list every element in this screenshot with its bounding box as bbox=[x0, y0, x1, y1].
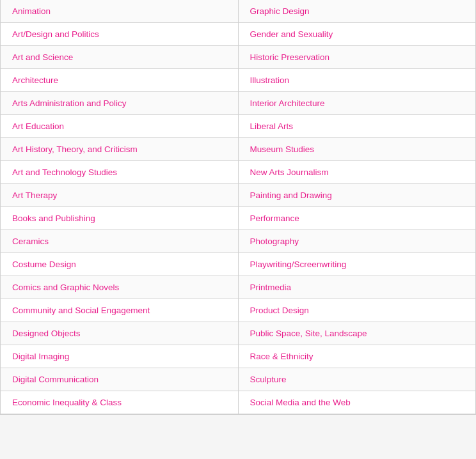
table-row: Economic Inequality & ClassSocial Media … bbox=[1, 391, 475, 414]
category-left[interactable]: Books and Publishing bbox=[1, 207, 239, 230]
category-left[interactable]: Digital Imaging bbox=[1, 345, 239, 368]
table-row: AnimationGraphic Design bbox=[1, 0, 475, 23]
category-right[interactable]: Public Space, Site, Landscape bbox=[239, 322, 476, 345]
table-row: Community and Social EngagementProduct D… bbox=[1, 299, 475, 322]
category-right[interactable]: Graphic Design bbox=[239, 0, 476, 22]
table-row: CeramicsPhotography bbox=[1, 230, 475, 253]
table-row: Designed ObjectsPublic Space, Site, Land… bbox=[1, 322, 475, 345]
category-right[interactable]: Gender and Sexuality bbox=[239, 23, 476, 45]
table-row: Costume DesignPlaywriting/Screenwriting bbox=[1, 253, 475, 276]
table-row: Art History, Theory, and CriticismMuseum… bbox=[1, 138, 475, 161]
table-row: Art EducationLiberal Arts bbox=[1, 115, 475, 138]
table-row: Digital CommunicationSculpture bbox=[1, 368, 475, 391]
category-right[interactable]: Printmedia bbox=[239, 276, 476, 299]
table-row: Art TherapyPainting and Drawing bbox=[1, 184, 475, 207]
table-row: Art and ScienceHistoric Preservation bbox=[1, 46, 475, 69]
category-left[interactable]: Ceramics bbox=[1, 230, 239, 253]
table-row: Arts Administration and PolicyInterior A… bbox=[1, 92, 475, 115]
category-left[interactable]: Community and Social Engagement bbox=[1, 299, 239, 322]
category-right[interactable]: Museum Studies bbox=[239, 138, 476, 160]
category-left[interactable]: Art History, Theory, and Criticism bbox=[1, 138, 239, 160]
category-right[interactable]: Performance bbox=[239, 207, 476, 230]
table-row: Books and PublishingPerformance bbox=[1, 207, 475, 230]
table-row: Art and Technology StudiesNew Arts Journ… bbox=[1, 161, 475, 184]
category-left[interactable]: Animation bbox=[1, 0, 239, 22]
table-row: Digital ImagingRace & Ethnicity bbox=[1, 345, 475, 368]
categories-table: AnimationGraphic DesignArt/Design and Po… bbox=[0, 0, 476, 415]
category-right[interactable]: New Arts Journalism bbox=[239, 161, 476, 183]
category-right[interactable]: Social Media and the Web bbox=[239, 391, 476, 414]
category-right[interactable]: Sculpture bbox=[239, 368, 476, 391]
category-left[interactable]: Comics and Graphic Novels bbox=[1, 276, 239, 299]
category-left[interactable]: Art and Technology Studies bbox=[1, 161, 239, 183]
category-left[interactable]: Arts Administration and Policy bbox=[1, 92, 239, 114]
category-right[interactable]: Product Design bbox=[239, 299, 476, 322]
table-row: Art/Design and PoliticsGender and Sexual… bbox=[1, 23, 475, 46]
category-left[interactable]: Economic Inequality & Class bbox=[1, 391, 239, 414]
category-right[interactable]: Historic Preservation bbox=[239, 46, 476, 68]
category-left[interactable]: Art and Science bbox=[1, 46, 239, 68]
category-right[interactable]: Liberal Arts bbox=[239, 115, 476, 137]
category-left[interactable]: Art/Design and Politics bbox=[1, 23, 239, 45]
category-left[interactable]: Art Therapy bbox=[1, 184, 239, 206]
category-left[interactable]: Designed Objects bbox=[1, 322, 239, 345]
table-row: Comics and Graphic NovelsPrintmedia bbox=[1, 276, 475, 299]
category-right[interactable]: Illustration bbox=[239, 69, 476, 91]
category-right[interactable]: Photography bbox=[239, 230, 476, 253]
category-left[interactable]: Art Education bbox=[1, 115, 239, 137]
category-left[interactable]: Digital Communication bbox=[1, 368, 239, 391]
category-left[interactable]: Costume Design bbox=[1, 253, 239, 276]
category-right[interactable]: Playwriting/Screenwriting bbox=[239, 253, 476, 276]
category-right[interactable]: Race & Ethnicity bbox=[239, 345, 476, 368]
category-left[interactable]: Architecture bbox=[1, 69, 239, 91]
table-row: ArchitectureIllustration bbox=[1, 69, 475, 92]
category-right[interactable]: Painting and Drawing bbox=[239, 184, 476, 206]
category-right[interactable]: Interior Architecture bbox=[239, 92, 476, 114]
